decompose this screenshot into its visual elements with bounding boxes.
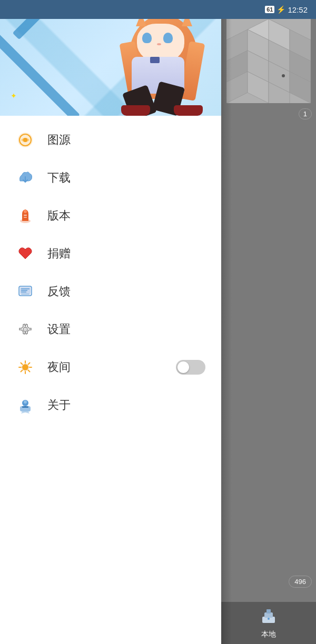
- sidebar-menu: 图源 下载 版本: [0, 116, 221, 644]
- x-line-1: [0, 33, 80, 116]
- svg-point-2: [23, 138, 27, 142]
- svg-point-14: [24, 328, 27, 331]
- svg-line-22: [28, 363, 30, 365]
- character-illustration: [121, 11, 205, 116]
- night-mode-toggle[interactable]: [176, 360, 205, 375]
- svg-line-23: [21, 370, 23, 372]
- sidebar: ✦ ✦ ✦ ✦ ✦: [0, 0, 221, 644]
- menu-item-about[interactable]: 关于: [0, 386, 221, 424]
- menu-item-night-mode[interactable]: 夜间: [0, 348, 221, 386]
- badge-container-1: 1: [221, 108, 316, 124]
- about-label: 关于: [47, 397, 205, 413]
- svg-line-20: [21, 363, 23, 365]
- local-tab-label[interactable]: 本地: [261, 630, 276, 639]
- local-tab-icon: [260, 607, 277, 628]
- badge-496: 496: [289, 576, 312, 588]
- battery-indicator: 61: [265, 6, 274, 13]
- svg-point-44: [282, 74, 285, 77]
- svg-rect-47: [266, 609, 271, 613]
- svg-rect-6: [24, 217, 27, 218]
- svg-rect-9: [21, 294, 29, 295]
- right-tabbar: 本地: [221, 602, 316, 644]
- settings-icon: [16, 320, 35, 339]
- menu-item-donate[interactable]: 捐赠: [0, 235, 221, 273]
- grid-thumbnail: [226, 19, 311, 103]
- download-icon: [16, 168, 35, 187]
- badge-1: 1: [299, 108, 312, 119]
- right-panel: + ≡: [221, 0, 316, 644]
- svg-rect-28: [22, 406, 28, 408]
- menu-item-image-source[interactable]: 图源: [0, 121, 221, 159]
- image-source-icon: [16, 130, 35, 149]
- menu-item-feedback[interactable]: 反馈: [0, 273, 221, 310]
- x-pattern: [5, 5, 111, 110]
- lightning-icon: ⚡: [276, 5, 285, 14]
- about-icon: [16, 396, 35, 415]
- night-mode-icon: [16, 358, 35, 377]
- svg-rect-5: [24, 215, 27, 216]
- status-bar: 61 ⚡ 12:52: [0, 0, 316, 19]
- menu-item-settings[interactable]: 设置: [0, 310, 221, 348]
- svg-point-4: [24, 210, 27, 213]
- feedback-label: 反馈: [47, 284, 205, 299]
- download-label: 下载: [47, 170, 205, 186]
- right-spacer: [221, 124, 316, 576]
- menu-item-download[interactable]: 下载: [0, 159, 221, 197]
- image-source-label: 图源: [47, 132, 205, 148]
- svg-line-21: [28, 370, 30, 372]
- version-icon: [16, 206, 35, 225]
- feedback-icon: [16, 282, 35, 301]
- badge-container-496: 496: [221, 576, 316, 597]
- version-label: 版本: [47, 208, 205, 224]
- status-bar-right: 61 ⚡ 12:52: [265, 5, 308, 14]
- clock: 12:52: [288, 5, 308, 14]
- donate-icon: [16, 244, 35, 263]
- settings-label: 设置: [47, 321, 205, 337]
- svg-point-27: [24, 400, 27, 404]
- svg-point-48: [268, 618, 270, 620]
- menu-item-version[interactable]: 版本: [0, 197, 221, 235]
- sparkle-3: ✦: [11, 92, 17, 100]
- night-mode-toggle-knob: [177, 361, 189, 373]
- svg-point-15: [22, 364, 28, 370]
- donate-label: 捐赠: [47, 246, 205, 261]
